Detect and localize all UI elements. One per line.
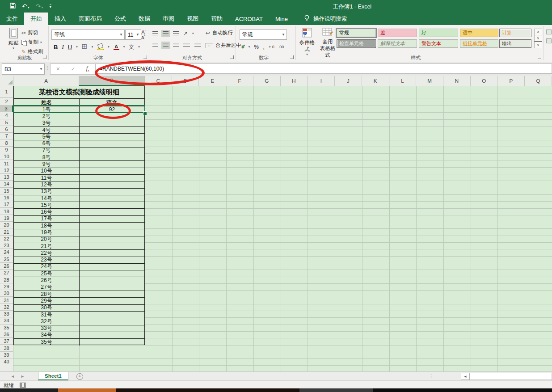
score-cell[interactable] bbox=[79, 243, 144, 249]
new-sheet-icon[interactable]: + bbox=[76, 373, 83, 380]
row-header-7[interactable]: 7 bbox=[0, 133, 13, 139]
row-header-9[interactable]: 9 bbox=[0, 147, 13, 153]
tab-数据[interactable]: 数据 bbox=[132, 13, 156, 25]
merge-center-button[interactable]: ↔ 合并后居中 ▾ bbox=[206, 42, 245, 49]
row-header-40[interactable]: 40 bbox=[0, 358, 13, 365]
score-cell[interactable] bbox=[79, 175, 144, 181]
save-icon[interactable] bbox=[10, 2, 16, 10]
align-center-icon[interactable] bbox=[163, 43, 169, 47]
student-name-cell[interactable]: 29号 bbox=[14, 298, 79, 304]
tell-me-search[interactable]: 操作说明搜索 bbox=[304, 13, 347, 25]
column-header-L[interactable]: L bbox=[389, 76, 417, 86]
score-cell[interactable] bbox=[79, 168, 144, 174]
student-name-cell[interactable]: 6号 bbox=[14, 140, 79, 147]
row-header-21[interactable]: 21 bbox=[0, 228, 13, 235]
student-name-cell[interactable]: 17号 bbox=[14, 216, 79, 222]
student-name-cell[interactable]: 31号 bbox=[14, 312, 79, 318]
column-header-M[interactable]: M bbox=[416, 76, 443, 86]
score-cell[interactable] bbox=[79, 236, 144, 243]
namebox-resize-handle[interactable]: ⋮ bbox=[46, 65, 50, 70]
row-header-24[interactable]: 24 bbox=[0, 249, 13, 256]
customize-qat-icon[interactable]: ▾ bbox=[50, 4, 52, 9]
cell-style-警告文本[interactable]: 警告文本 bbox=[419, 39, 458, 48]
shrink-font-icon[interactable]: Aˇ bbox=[141, 35, 145, 40]
row-header-26[interactable]: 26 bbox=[0, 263, 13, 270]
student-name-cell[interactable]: 23号 bbox=[14, 257, 79, 263]
student-name-cell[interactable]: 10号 bbox=[14, 168, 79, 174]
number-format-select[interactable]: 常规 ▼ bbox=[240, 30, 287, 40]
column-header-P[interactable]: P bbox=[497, 76, 525, 86]
cell-style-输出[interactable]: 输出 bbox=[499, 39, 531, 48]
student-name-cell[interactable]: 3号 bbox=[14, 120, 79, 126]
font-color-icon[interactable]: A bbox=[114, 44, 119, 50]
increase-indent-icon[interactable] bbox=[194, 43, 201, 47]
header-cell-subject[interactable]: 语文 bbox=[79, 99, 144, 106]
score-cell[interactable] bbox=[79, 298, 144, 304]
undo-icon[interactable]: ↶▾ bbox=[22, 3, 29, 9]
font-dialog-launcher-icon[interactable] bbox=[143, 55, 147, 59]
row-header-34[interactable]: 34 bbox=[0, 317, 13, 324]
row-header-14[interactable]: 14 bbox=[0, 181, 13, 187]
row-header-6[interactable]: 6 bbox=[0, 126, 13, 133]
cell-style-好[interactable]: 好 bbox=[419, 29, 458, 37]
row-header-29[interactable]: 29 bbox=[0, 283, 13, 290]
student-name-cell[interactable]: 30号 bbox=[14, 305, 79, 311]
format-as-table-button[interactable]: 套用 表格格式 bbox=[318, 28, 337, 59]
font-size-select[interactable]: 11 ▼ bbox=[125, 30, 141, 40]
column-header-F[interactable]: F bbox=[226, 76, 253, 86]
sheet-tab-active[interactable]: Sheet1 bbox=[38, 372, 68, 380]
row-header-18[interactable]: 18 bbox=[0, 208, 13, 215]
sheet-nav-left-icon[interactable]: ◄ bbox=[11, 374, 15, 379]
hscroll-left-icon[interactable]: ◄ bbox=[461, 373, 470, 380]
student-name-cell[interactable]: 5号 bbox=[14, 134, 79, 140]
borders-icon[interactable]: 田 bbox=[82, 43, 88, 51]
gallery-scroll-down-icon[interactable]: ∨ bbox=[534, 35, 542, 42]
student-name-cell[interactable]: 25号 bbox=[14, 270, 79, 277]
row-header-27[interactable]: 27 bbox=[0, 270, 13, 276]
score-cell[interactable] bbox=[79, 312, 144, 318]
row-header-8[interactable]: 8 bbox=[0, 140, 13, 147]
clipboard-dialog-launcher-icon[interactable] bbox=[43, 55, 46, 59]
gallery-more-icon[interactable]: ∨ bbox=[534, 41, 542, 48]
tab-帮助[interactable]: 帮助 bbox=[205, 13, 229, 25]
student-name-cell[interactable]: 19号 bbox=[14, 229, 79, 236]
student-name-cell[interactable]: 22号 bbox=[14, 250, 79, 256]
wrap-text-button[interactable]: ↩ 自动换行 bbox=[206, 30, 233, 36]
row-header-33[interactable]: 33 bbox=[0, 311, 13, 317]
format-painter-button[interactable]: ✎ 格式刷 bbox=[21, 48, 43, 55]
student-name-cell[interactable]: 8号 bbox=[14, 154, 79, 160]
italic-button[interactable]: I bbox=[62, 43, 63, 51]
student-name-cell[interactable]: 27号 bbox=[14, 284, 79, 291]
student-name-cell[interactable]: 4号 bbox=[14, 127, 79, 133]
orientation-icon[interactable]: ↗ bbox=[183, 30, 188, 37]
column-header-D[interactable]: D bbox=[172, 76, 199, 86]
copy-button[interactable]: 复制 ▾ bbox=[21, 39, 42, 46]
score-cell[interactable] bbox=[79, 140, 144, 147]
score-cell[interactable] bbox=[79, 189, 144, 195]
accounting-format-icon[interactable]: ¥ bbox=[241, 44, 244, 50]
insert-function-icon[interactable]: fx bbox=[86, 65, 89, 72]
row-header-38[interactable]: 38 bbox=[0, 345, 13, 352]
column-header-C[interactable]: C bbox=[145, 76, 172, 86]
score-cell[interactable] bbox=[79, 284, 144, 291]
student-name-cell[interactable]: 20号 bbox=[14, 236, 79, 243]
select-all-button[interactable] bbox=[0, 76, 13, 86]
decrease-decimal-icon[interactable]: .00 bbox=[278, 45, 284, 49]
percent-style-icon[interactable]: % bbox=[254, 44, 259, 50]
row-header-39[interactable]: 39 bbox=[0, 352, 13, 358]
score-cell[interactable] bbox=[79, 154, 144, 160]
column-header-Q[interactable]: Q bbox=[525, 76, 552, 86]
tab-ACROBAT[interactable]: ACROBAT bbox=[229, 13, 269, 25]
paste-button[interactable]: 粘贴 ▾ bbox=[4, 28, 22, 50]
row-header-28[interactable]: 28 bbox=[0, 277, 13, 283]
comma-style-icon[interactable]: , bbox=[263, 43, 265, 51]
row-header-23[interactable]: 23 bbox=[0, 242, 13, 249]
row-header-5[interactable]: 5 bbox=[0, 119, 13, 126]
student-name-cell[interactable]: 7号 bbox=[14, 148, 79, 154]
student-name-cell[interactable]: 24号 bbox=[14, 264, 79, 270]
decrease-indent-icon[interactable] bbox=[183, 43, 190, 47]
tab-公式[interactable]: 公式 bbox=[108, 13, 132, 25]
column-header-J[interactable]: J bbox=[335, 76, 362, 86]
score-cell[interactable] bbox=[79, 339, 144, 346]
student-name-cell[interactable]: 18号 bbox=[14, 223, 79, 229]
